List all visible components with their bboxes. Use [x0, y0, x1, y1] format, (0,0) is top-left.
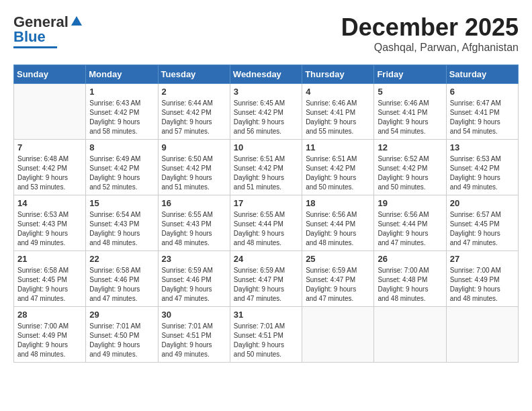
calendar: Sunday Monday Tuesday Wednesday Thursday… [13, 64, 519, 363]
day-info: Sunrise: 6:55 AMSunset: 4:44 PMDaylight:… [234, 210, 298, 248]
calendar-cell: 13Sunrise: 6:53 AMSunset: 4:42 PMDayligh… [446, 140, 518, 195]
day-info: Sunrise: 6:45 AMSunset: 4:42 PMDaylight:… [234, 99, 298, 136]
calendar-week-row: 21Sunrise: 6:58 AMSunset: 4:45 PMDayligh… [14, 251, 519, 307]
day-info: Sunrise: 6:48 AMSunset: 4:42 PMDaylight:… [17, 154, 82, 192]
day-info: Sunrise: 6:59 AMSunset: 4:46 PMDaylight:… [162, 266, 226, 304]
day-number: 3 [234, 87, 298, 97]
day-info: Sunrise: 6:43 AMSunset: 4:42 PMDaylight:… [89, 99, 154, 136]
day-info: Sunrise: 6:59 AMSunset: 4:47 PMDaylight:… [306, 266, 370, 304]
day-info: Sunrise: 6:54 AMSunset: 4:43 PMDaylight:… [89, 210, 154, 248]
calendar-cell: 21Sunrise: 6:58 AMSunset: 4:45 PMDayligh… [14, 251, 86, 307]
day-number: 25 [306, 254, 370, 264]
day-number: 20 [450, 198, 515, 208]
calendar-week-row: 14Sunrise: 6:53 AMSunset: 4:43 PMDayligh… [14, 195, 519, 251]
calendar-cell: 11Sunrise: 6:51 AMSunset: 4:42 PMDayligh… [302, 140, 374, 195]
day-info: Sunrise: 6:59 AMSunset: 4:47 PMDaylight:… [234, 266, 298, 304]
day-info: Sunrise: 6:58 AMSunset: 4:46 PMDaylight:… [89, 266, 154, 304]
day-number: 18 [306, 198, 370, 208]
day-info: Sunrise: 7:01 AMSunset: 4:51 PMDaylight:… [162, 322, 226, 359]
col-saturday: Saturday [446, 65, 518, 84]
day-info: Sunrise: 6:58 AMSunset: 4:45 PMDaylight:… [17, 266, 82, 304]
day-info: Sunrise: 6:51 AMSunset: 4:42 PMDaylight:… [234, 154, 298, 192]
calendar-cell: 19Sunrise: 6:56 AMSunset: 4:44 PMDayligh… [374, 195, 446, 251]
day-number: 2 [162, 87, 226, 97]
day-number: 14 [17, 198, 82, 208]
calendar-cell: 12Sunrise: 6:52 AMSunset: 4:42 PMDayligh… [374, 140, 446, 195]
day-number: 22 [89, 254, 154, 264]
day-info: Sunrise: 6:57 AMSunset: 4:45 PMDaylight:… [450, 210, 515, 248]
calendar-cell: 26Sunrise: 7:00 AMSunset: 4:48 PMDayligh… [374, 251, 446, 307]
col-wednesday: Wednesday [230, 65, 302, 84]
calendar-cell: 2Sunrise: 6:44 AMSunset: 4:42 PMDaylight… [158, 84, 230, 140]
calendar-cell: 16Sunrise: 6:55 AMSunset: 4:43 PMDayligh… [158, 195, 230, 251]
calendar-cell: 31Sunrise: 7:01 AMSunset: 4:51 PMDayligh… [230, 307, 302, 363]
col-sunday: Sunday [14, 65, 86, 84]
day-info: Sunrise: 7:00 AMSunset: 4:48 PMDaylight:… [378, 266, 442, 304]
calendar-cell: 4Sunrise: 6:46 AMSunset: 4:41 PMDaylight… [302, 84, 374, 140]
calendar-cell: 5Sunrise: 6:46 AMSunset: 4:41 PMDaylight… [374, 84, 446, 140]
day-number: 1 [89, 87, 154, 97]
day-number: 19 [378, 198, 442, 208]
day-number: 4 [306, 87, 370, 97]
calendar-cell: 23Sunrise: 6:59 AMSunset: 4:46 PMDayligh… [158, 251, 230, 307]
day-info: Sunrise: 7:00 AMSunset: 4:49 PMDaylight:… [450, 266, 515, 304]
day-number: 12 [378, 142, 442, 152]
title-area: December 2025 Qashqal, Parwan, Afghanist… [341, 13, 519, 54]
header: General Blue December 2025 Qashqal, Parw… [13, 13, 519, 54]
col-monday: Monday [86, 65, 158, 84]
calendar-cell: 14Sunrise: 6:53 AMSunset: 4:43 PMDayligh… [14, 195, 86, 251]
day-number: 28 [17, 310, 82, 320]
day-number: 10 [234, 142, 298, 152]
month-title: December 2025 [341, 13, 519, 42]
day-info: Sunrise: 6:53 AMSunset: 4:42 PMDaylight:… [450, 154, 515, 192]
day-info: Sunrise: 6:56 AMSunset: 4:44 PMDaylight:… [306, 210, 370, 248]
day-number: 26 [378, 254, 442, 264]
calendar-cell: 8Sunrise: 6:49 AMSunset: 4:42 PMDaylight… [86, 140, 158, 195]
calendar-week-row: 28Sunrise: 7:00 AMSunset: 4:49 PMDayligh… [14, 307, 519, 363]
day-number: 27 [450, 254, 515, 264]
day-info: Sunrise: 7:01 AMSunset: 4:51 PMDaylight:… [234, 322, 298, 359]
day-number: 6 [450, 87, 515, 97]
day-number: 31 [234, 310, 298, 320]
day-number: 15 [89, 198, 154, 208]
calendar-cell [446, 307, 518, 363]
day-number: 21 [17, 254, 82, 264]
calendar-cell: 6Sunrise: 6:47 AMSunset: 4:41 PMDaylight… [446, 84, 518, 140]
day-info: Sunrise: 7:01 AMSunset: 4:50 PMDaylight:… [89, 322, 154, 359]
calendar-cell: 22Sunrise: 6:58 AMSunset: 4:46 PMDayligh… [86, 251, 158, 307]
calendar-cell: 28Sunrise: 7:00 AMSunset: 4:49 PMDayligh… [14, 307, 86, 363]
day-number: 29 [89, 310, 154, 320]
calendar-cell: 24Sunrise: 6:59 AMSunset: 4:47 PMDayligh… [230, 251, 302, 307]
calendar-week-row: 7Sunrise: 6:48 AMSunset: 4:42 PMDaylight… [14, 140, 519, 195]
day-number: 7 [17, 142, 82, 152]
calendar-cell: 7Sunrise: 6:48 AMSunset: 4:42 PMDaylight… [14, 140, 86, 195]
calendar-cell: 3Sunrise: 6:45 AMSunset: 4:42 PMDaylight… [230, 84, 302, 140]
calendar-cell: 9Sunrise: 6:50 AMSunset: 4:42 PMDaylight… [158, 140, 230, 195]
logo-underline [13, 46, 57, 48]
day-info: Sunrise: 6:44 AMSunset: 4:42 PMDaylight:… [162, 99, 226, 136]
day-number: 17 [234, 198, 298, 208]
calendar-cell: 30Sunrise: 7:01 AMSunset: 4:51 PMDayligh… [158, 307, 230, 363]
calendar-header-row: Sunday Monday Tuesday Wednesday Thursday… [14, 65, 519, 84]
day-number: 11 [306, 142, 370, 152]
day-info: Sunrise: 6:51 AMSunset: 4:42 PMDaylight:… [306, 154, 370, 192]
day-info: Sunrise: 6:47 AMSunset: 4:41 PMDaylight:… [450, 99, 515, 136]
svg-marker-0 [71, 16, 82, 26]
day-info: Sunrise: 6:55 AMSunset: 4:43 PMDaylight:… [162, 210, 226, 248]
day-number: 13 [450, 142, 515, 152]
location-title: Qashqal, Parwan, Afghanistan [341, 42, 519, 54]
calendar-cell: 15Sunrise: 6:54 AMSunset: 4:43 PMDayligh… [86, 195, 158, 251]
day-info: Sunrise: 6:56 AMSunset: 4:44 PMDaylight:… [378, 210, 442, 248]
logo-blue: Blue [13, 28, 46, 46]
day-info: Sunrise: 6:46 AMSunset: 4:41 PMDaylight:… [306, 99, 370, 136]
col-friday: Friday [374, 65, 446, 84]
calendar-week-row: 1Sunrise: 6:43 AMSunset: 4:42 PMDaylight… [14, 84, 519, 140]
day-info: Sunrise: 7:00 AMSunset: 4:49 PMDaylight:… [17, 322, 82, 359]
day-number: 30 [162, 310, 226, 320]
col-tuesday: Tuesday [158, 65, 230, 84]
day-number: 9 [162, 142, 226, 152]
calendar-cell: 27Sunrise: 7:00 AMSunset: 4:49 PMDayligh… [446, 251, 518, 307]
day-info: Sunrise: 6:53 AMSunset: 4:43 PMDaylight:… [17, 210, 82, 248]
day-number: 24 [234, 254, 298, 264]
calendar-cell: 18Sunrise: 6:56 AMSunset: 4:44 PMDayligh… [302, 195, 374, 251]
